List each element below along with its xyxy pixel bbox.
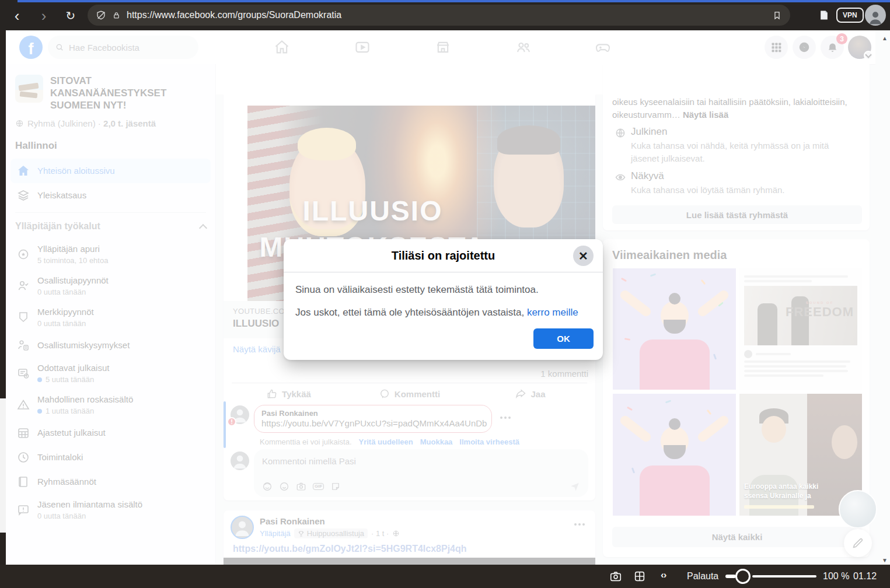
lock-icon[interactable]: [112, 11, 121, 20]
close-icon[interactable]: ✕: [573, 246, 594, 266]
scrollbar-up-arrow[interactable]: ▲: [882, 35, 888, 41]
screenshot-camera-icon[interactable]: [609, 570, 622, 583]
zoom-slider[interactable]: [725, 568, 816, 584]
restriction-dialog: Tiliäsi on rajoitettu ✕ Sinua on väliaik…: [284, 239, 603, 360]
left-scrollbar-track[interactable]: [0, 30, 6, 565]
dialog-title: Tiliäsi on rajoitettu: [392, 249, 495, 262]
dialog-body: Sinua on väliaikaisesti estetty tekemäst…: [284, 272, 603, 318]
bookmark-icon[interactable]: [772, 10, 782, 20]
scrollbar-down-arrow[interactable]: ▼: [882, 557, 888, 564]
code-view-icon[interactable]: ‹›: [661, 569, 666, 581]
vpn-badge[interactable]: VPN: [836, 8, 864, 23]
address-bar[interactable]: https://www.facebook.com/groups/SuoraDem…: [88, 5, 790, 26]
report-link[interactable]: kerro meille: [527, 307, 578, 318]
slider-track: [752, 575, 816, 578]
active-tab-strip: [18, 0, 890, 2]
url-text[interactable]: https://www.facebook.com/groups/SuoraDem…: [127, 10, 766, 20]
left-scrollbar-thumb[interactable]: [0, 398, 6, 533]
frame-select-icon[interactable]: [633, 570, 646, 583]
zoom-percent: 100 %: [823, 571, 849, 582]
browser-chrome: ‹ › ↻ https://www.facebook.com/groups/Su…: [0, 0, 890, 30]
ok-button[interactable]: OK: [533, 328, 594, 349]
reload-button[interactable]: ↻: [61, 6, 81, 26]
dialog-message-2: Jos uskot, ettei tämä ole yhteisösääntöj…: [295, 307, 591, 318]
reading-list-icon[interactable]: [818, 9, 830, 22]
dialog-header: Tiliäsi on rajoitettu ✕: [284, 239, 603, 272]
slider-knob[interactable]: [735, 569, 751, 584]
back-button[interactable]: ‹: [7, 6, 27, 26]
slider-track-filled: [725, 575, 736, 578]
reset-zoom-button[interactable]: Palauta: [687, 571, 718, 582]
clock-time: 01.12: [853, 571, 877, 582]
tracking-shield-icon[interactable]: [96, 10, 106, 20]
forward-button[interactable]: ›: [34, 6, 54, 26]
screen: ‹ › ↻ https://www.facebook.com/groups/Su…: [0, 0, 890, 588]
browser-profile-avatar[interactable]: [865, 5, 886, 26]
bottom-toolbar: ‹› Palauta 100 % 01.12: [0, 565, 890, 588]
dialog-message: Sinua on väliaikaisesti estetty tekemäst…: [295, 284, 591, 296]
